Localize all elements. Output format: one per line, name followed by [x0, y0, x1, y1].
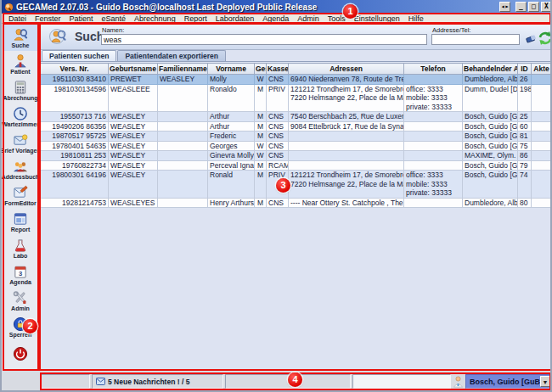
doctor-icon: [453, 376, 464, 388]
search-header: Suche Namen: Addresse/Tel:: [39, 24, 552, 50]
tools-icon: [12, 290, 29, 305]
address-search-input[interactable]: [431, 34, 520, 45]
sidebar-item-report[interactable]: Report: [3, 209, 38, 235]
menu-item-report[interactable]: Report: [180, 14, 211, 23]
sidebar-item-label: Agenda: [9, 279, 31, 286]
column-header-kasse[interactable]: Kasse: [267, 64, 289, 75]
sidebar-item-addressbuch[interactable]: Addressbuch: [3, 156, 38, 182]
sidebar-item-label: Admin: [11, 305, 30, 312]
column-header-familienname[interactable]: Familienname: [158, 64, 208, 75]
window-title: GECAMed 2.07.03 - Guido Bosch@localhost …: [16, 3, 317, 12]
column-header-behandelnder-arzt[interactable]: Behandelnder Arzt: [463, 64, 518, 75]
sidebar-item-suche[interactable]: Suche: [3, 25, 38, 51]
status-bar: 5 Neue Nachrichten ! / 5 Bosch, Guido [G…: [2, 371, 552, 392]
chevron-down-icon[interactable]: ▼: [540, 376, 550, 387]
column-header-geburtsname[interactable]: Geburtsname: [109, 64, 158, 75]
sidebar-item-label: Abrechnung: [3, 95, 37, 102]
sidebar-item-label: Report: [11, 227, 31, 233]
table-row[interactable]: 19760822734WEASLEYPerceval IgnatiusMRCAM…: [41, 160, 552, 171]
name-search-input[interactable]: [101, 34, 427, 45]
sidebar-item-logout[interactable]: [3, 340, 38, 367]
calendar-icon: 3: [12, 264, 29, 279]
sidebar-item-label: Labo: [14, 253, 28, 260]
sidebar-item-label: Wartezimmer: [2, 121, 39, 128]
refresh-icon[interactable]: [537, 30, 552, 47]
annotation-badge-4: 4: [288, 372, 302, 387]
sidebar-item-label: Patient: [10, 69, 30, 76]
messages-status[interactable]: 5 Neue Nachrichten ! / 5: [92, 374, 223, 389]
menu-item-esant[interactable]: eSanté: [98, 14, 131, 23]
address-book-icon: [12, 159, 29, 174]
menu-item-hilfe[interactable]: Hilfe: [404, 14, 428, 23]
search-person-icon: [49, 27, 68, 46]
status-input-field[interactable]: [352, 374, 451, 389]
table-row[interactable]: 19490206 86356WEASLEYArthurMCNS9084 Ette…: [41, 121, 552, 132]
doctor-selector[interactable]: Bosch, Guido [GuB] ▼: [465, 374, 552, 389]
sidebar-item-labo[interactable]: Labo: [3, 235, 38, 261]
form-editor-icon: [12, 185, 29, 200]
column-header-telefon[interactable]: Telefon: [404, 64, 463, 75]
patient-results-table: Vers. Nr.GeburtsnameFamiliennameVornameG…: [40, 63, 552, 208]
sidebar-item-briefvorlagen[interactable]: Brief Vorlagen: [3, 130, 38, 156]
patient-table-area: Vers. Nr.GeburtsnameFamiliennameVornameG…: [40, 63, 551, 370]
column-header-akte[interactable]: Akte: [532, 64, 552, 75]
sidebar-item-label: FormEditor: [4, 200, 37, 207]
status-cell-empty-1: [41, 374, 90, 389]
sidebar-item-formeditor[interactable]: FormEditor: [3, 182, 38, 209]
table-row[interactable]: 19550713 716WEASLEYArthurMCNS7540 Bersch…: [41, 112, 552, 122]
detach-window-button[interactable]: ◂▸: [499, 2, 510, 12]
menu-item-labordaten[interactable]: Labordaten: [211, 14, 259, 23]
menu-bar: DateiFensterPatienteSantéAbrechnungRepor…: [2, 14, 552, 24]
table-row[interactable]: 19780401 54635WEASLEYGeorgesWCNSBosch, G…: [41, 141, 552, 151]
menu-item-fenster[interactable]: Fenster: [31, 14, 65, 23]
sidebar-item-wartezimmer[interactable]: Wartezimmer: [3, 104, 38, 130]
table-row[interactable]: 19511030 83410PREWETWEASLEYMollyWCNS6940…: [41, 75, 552, 85]
menu-item-patient[interactable]: Patient: [65, 14, 98, 23]
search-person-icon: [12, 27, 29, 42]
column-header-vorname[interactable]: Vorname: [208, 64, 255, 75]
column-header-ges[interactable]: Ges: [255, 64, 267, 75]
calculator-icon: [12, 80, 29, 95]
main-content: Suche Namen: Addresse/Tel: Patienten suc…: [39, 24, 552, 371]
tab-bar: Patienten suchenPatientendaten exportier…: [39, 50, 552, 62]
annotation-badge-2: 2: [23, 319, 37, 333]
app-logo-icon: [4, 3, 14, 12]
column-header-id[interactable]: ID: [518, 64, 532, 75]
table-row[interactable]: 19800301 64196WEASLEYRonaldMPRIV121212 T…: [41, 171, 552, 199]
table-row[interactable]: 19870517 95725WEASLEYFredericMCNSBosch, …: [41, 132, 552, 142]
sidebar-item-label: Suche: [11, 42, 29, 49]
title-bar: GECAMed 2.07.03 - Guido Bosch@localhost …: [2, 0, 552, 14]
sidebar: SuchePatientAbrechnungWartezimmerBrief V…: [2, 24, 39, 371]
column-header-adressen[interactable]: Adressen: [289, 64, 404, 75]
sidebar-item-agenda[interactable]: 3Agenda: [3, 261, 38, 288]
menu-item-abrechnung[interactable]: Abrechnung: [130, 14, 180, 23]
column-header-vers-nr-[interactable]: Vers. Nr.: [41, 64, 109, 75]
table-header-row: Vers. Nr.GeburtsnameFamiliennameVornameG…: [41, 64, 552, 75]
sidebar-item-admin[interactable]: Admin: [3, 288, 38, 314]
minimize-button[interactable]: _: [515, 2, 527, 12]
table-row[interactable]: 19281214753WEASLEYESHenry ArthursMCNS---…: [41, 198, 552, 208]
annotation-badge-3: 3: [276, 178, 290, 193]
application-window: GECAMed 2.07.03 - Guido Bosch@localhost …: [0, 0, 552, 392]
report-icon: [12, 211, 29, 227]
mail-icon: [96, 378, 105, 385]
patient-icon: [12, 53, 29, 69]
maximize-button[interactable]: □: [528, 2, 539, 12]
sidebar-item-abrechnung[interactable]: Abrechnung: [3, 77, 38, 104]
flask-icon: [12, 238, 29, 253]
sidebar-item-label: Addressbuch: [2, 174, 40, 181]
menu-item-datei[interactable]: Datei: [4, 14, 31, 23]
tab-patientendaten-exportieren[interactable]: Patientendaten exportieren: [117, 50, 226, 61]
name-field-label: Namen:: [102, 26, 124, 34]
messages-text: 5 Neue Nachrichten ! / 5: [108, 378, 189, 386]
letter-icon: [12, 132, 29, 148]
menu-item-einstellungen[interactable]: Einstellungen: [350, 14, 404, 23]
menu-item-admin[interactable]: Admin: [293, 14, 324, 23]
table-row[interactable]: 19810811 253WEASLEYGinevra MollyWCNSMAXI…: [41, 151, 552, 161]
sidebar-item-patient[interactable]: Patient: [3, 51, 38, 77]
menu-item-agenda[interactable]: Agenda: [258, 14, 293, 23]
tab-patienten-suchen[interactable]: Patienten suchen: [42, 50, 116, 61]
table-row[interactable]: 1981030134596WEASLEEERonaldoMPRIV121212 …: [41, 84, 552, 112]
annotation-badge-1: 1: [343, 4, 358, 19]
close-button[interactable]: X: [541, 2, 552, 12]
